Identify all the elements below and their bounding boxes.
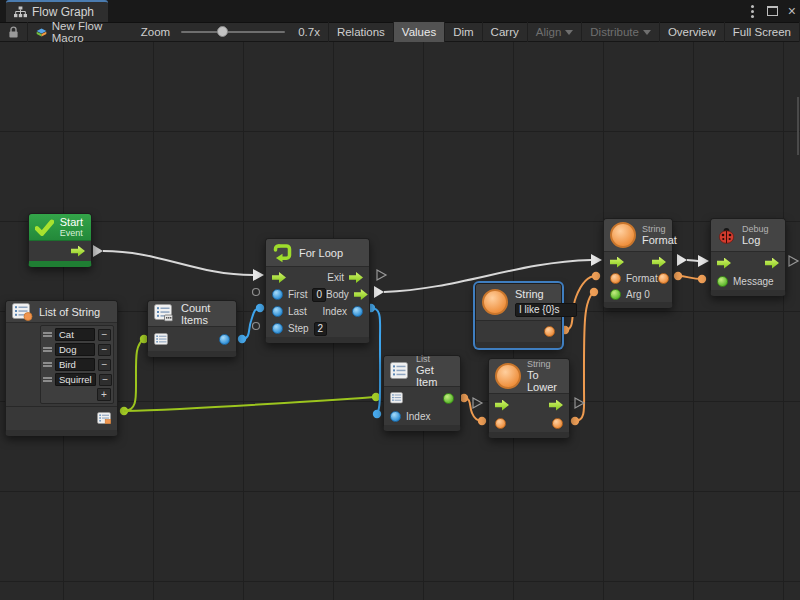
result-out-port[interactable] bbox=[658, 273, 669, 284]
macro-asset-button[interactable]: New Flow Macro bbox=[28, 22, 119, 42]
item-out-port[interactable] bbox=[443, 393, 454, 404]
node-subtitle: Debug bbox=[742, 224, 769, 234]
node-start-event[interactable]: Start Event bbox=[28, 213, 92, 267]
exit-port[interactable] bbox=[349, 272, 363, 283]
add-item-button[interactable]: + bbox=[97, 388, 111, 401]
node-string-literal[interactable]: String I like {0}s bbox=[475, 283, 562, 348]
flow-in-port[interactable] bbox=[610, 257, 624, 268]
graph-canvas[interactable] bbox=[0, 42, 800, 600]
last-port[interactable] bbox=[272, 306, 283, 317]
node-to-lower[interactable]: String To Lower bbox=[488, 358, 570, 438]
string-value-field[interactable]: I like {0}s bbox=[515, 303, 577, 317]
remove-item-button[interactable]: − bbox=[98, 329, 111, 341]
align-dropdown[interactable]: Align bbox=[527, 22, 582, 42]
string-out-port[interactable] bbox=[544, 326, 555, 337]
string-type-icon bbox=[610, 222, 636, 248]
remove-item-button[interactable]: − bbox=[99, 374, 112, 386]
node-title: Log bbox=[742, 234, 769, 246]
zoom-slider[interactable] bbox=[181, 31, 285, 33]
node-get-item[interactable]: List Get Item Index bbox=[383, 355, 461, 431]
index-in-port[interactable] bbox=[390, 411, 401, 422]
message-in-port[interactable] bbox=[717, 276, 728, 287]
dim-button[interactable]: Dim bbox=[444, 22, 481, 42]
list-out-port[interactable] bbox=[97, 412, 112, 425]
list-in-port[interactable] bbox=[390, 392, 404, 404]
distribute-label: Distribute bbox=[590, 26, 639, 38]
zoom-label: Zoom bbox=[141, 26, 170, 38]
fullscreen-button[interactable]: Full Screen bbox=[724, 22, 800, 42]
tab-flow-graph[interactable]: Flow Graph bbox=[6, 0, 108, 22]
flow-in-port[interactable] bbox=[495, 400, 509, 411]
body-port[interactable] bbox=[354, 289, 368, 300]
list-item-field[interactable]: Dog bbox=[55, 343, 95, 356]
ladybug-icon bbox=[717, 227, 736, 244]
close-icon[interactable]: × bbox=[788, 4, 796, 18]
port-label-exit: Exit bbox=[327, 272, 344, 283]
node-format[interactable]: String Format Format Arg 0 bbox=[603, 218, 673, 308]
flow-in-port[interactable] bbox=[272, 272, 286, 283]
node-subtitle: Event bbox=[60, 228, 83, 238]
distribute-dropdown[interactable]: Distribute bbox=[581, 22, 659, 42]
list-icon bbox=[12, 303, 33, 321]
node-title: For Loop bbox=[299, 247, 343, 259]
chevron-down-icon bbox=[643, 30, 651, 35]
overview-button[interactable]: Overview bbox=[659, 22, 724, 42]
flow-out-port[interactable] bbox=[652, 257, 666, 268]
drag-handle-icon[interactable] bbox=[43, 361, 52, 368]
string-in-port[interactable] bbox=[495, 418, 506, 429]
values-button[interactable]: Values bbox=[393, 22, 444, 42]
step-port[interactable] bbox=[272, 323, 283, 334]
drag-handle-icon[interactable] bbox=[43, 346, 52, 353]
format-in-port[interactable] bbox=[610, 273, 621, 284]
first-value-field[interactable]: 0 bbox=[312, 288, 326, 302]
list-icon bbox=[390, 362, 410, 380]
port-label-arg0: Arg 0 bbox=[626, 289, 650, 300]
align-label: Align bbox=[536, 26, 562, 38]
port-label-step: Step bbox=[288, 323, 309, 334]
lock-button[interactable] bbox=[0, 22, 27, 42]
node-count-items[interactable]: Count Items bbox=[147, 300, 237, 357]
arg0-in-port[interactable] bbox=[610, 289, 621, 300]
zoom-control: Zoom 0.7x bbox=[133, 22, 328, 42]
step-value-field[interactable]: 2 bbox=[314, 322, 328, 336]
macro-name: New Flow Macro bbox=[52, 20, 111, 44]
window-menu-icon[interactable] bbox=[751, 10, 754, 13]
list-item-field[interactable]: Cat bbox=[55, 328, 95, 341]
first-port[interactable] bbox=[272, 289, 283, 300]
zoom-value: 0.7x bbox=[298, 26, 320, 38]
remove-item-button[interactable]: − bbox=[98, 359, 111, 371]
graph-toolbar: New Flow Macro Zoom 0.7x Relations Value… bbox=[0, 22, 800, 42]
node-list-of-string[interactable]: List of String Cat − Dog − Bird − Squirr… bbox=[5, 300, 118, 436]
node-for-loop[interactable]: For Loop Exit First 0 Body Last bbox=[265, 238, 370, 343]
list-in-port[interactable] bbox=[154, 333, 169, 346]
index-port[interactable] bbox=[352, 306, 363, 317]
drag-handle-icon[interactable] bbox=[43, 331, 52, 338]
port-label-index: Index bbox=[323, 306, 347, 317]
graph-icon bbox=[14, 6, 27, 18]
carry-button[interactable]: Carry bbox=[482, 22, 527, 42]
list-item-field[interactable]: Squirrel bbox=[55, 373, 96, 386]
flow-out-port[interactable] bbox=[765, 258, 779, 269]
node-title: List of String bbox=[39, 306, 100, 318]
lock-icon bbox=[8, 26, 19, 38]
list-item-row: Dog − bbox=[42, 342, 112, 357]
chevron-down-icon bbox=[565, 30, 573, 35]
relations-button[interactable]: Relations bbox=[328, 22, 393, 42]
node-title: Count Items bbox=[181, 302, 228, 326]
string-type-icon bbox=[482, 289, 508, 315]
node-debug-log[interactable]: Debug Log Message bbox=[710, 218, 786, 296]
drag-handle-icon[interactable] bbox=[43, 376, 52, 383]
count-out-port[interactable] bbox=[219, 334, 230, 345]
remove-item-button[interactable]: − bbox=[98, 344, 111, 356]
maximize-icon[interactable] bbox=[767, 6, 778, 16]
node-title: Get Item bbox=[416, 364, 452, 388]
list-item-field[interactable]: Bird bbox=[55, 358, 95, 371]
flow-in-port[interactable] bbox=[717, 258, 731, 269]
loop-icon bbox=[272, 242, 293, 263]
zoom-slider-handle[interactable] bbox=[217, 26, 228, 37]
string-out-port[interactable] bbox=[552, 418, 563, 429]
flow-out-port[interactable] bbox=[549, 400, 563, 411]
flow-out-port[interactable] bbox=[71, 246, 85, 257]
toolbar-buttons: Relations Values Dim Carry Align Distrib… bbox=[328, 22, 800, 42]
vertical-scrollbar[interactable] bbox=[797, 97, 799, 155]
